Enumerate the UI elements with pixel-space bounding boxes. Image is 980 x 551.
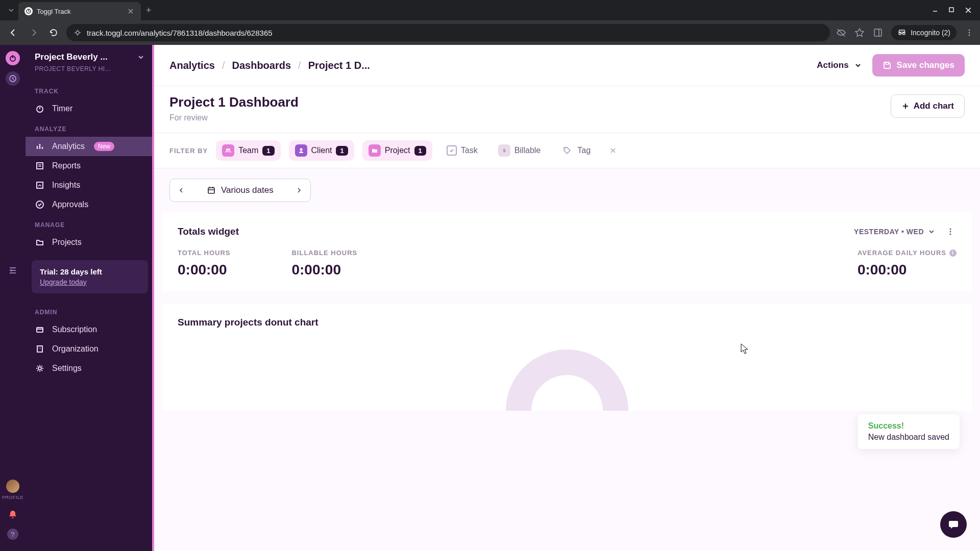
tag-icon [561, 144, 573, 157]
filter-count: 1 [414, 146, 426, 156]
sidebar-item-subscription[interactable]: Subscription [26, 320, 154, 339]
filter-project[interactable]: Project 1 [362, 140, 432, 161]
svg-point-18 [228, 148, 230, 151]
crumb-analytics[interactable]: Analytics [169, 60, 215, 71]
sidebar-item-label: Approvals [52, 200, 88, 209]
sidebar-item-label: Reports [52, 161, 81, 170]
close-window-icon[interactable] [965, 7, 972, 14]
info-icon[interactable]: i [949, 249, 957, 257]
filter-client[interactable]: Client 1 [289, 140, 354, 161]
browser-tab[interactable]: Toggl Track [18, 2, 141, 20]
filter-label: Billable [514, 146, 541, 155]
tab-title: Toggl Track [37, 8, 122, 15]
upgrade-link[interactable]: Upgrade today [40, 278, 140, 286]
avg-hours-label: AVERAGE DAILY HOURS i [857, 249, 957, 257]
collapse-sidebar-icon[interactable] [8, 265, 18, 276]
workspace-subtitle: PROJECT BEVERLY HI... [26, 65, 154, 81]
toggl-logo-icon[interactable] [6, 51, 20, 65]
svg-point-17 [226, 148, 228, 151]
sidebar-item-analytics[interactable]: Analytics New [26, 137, 154, 156]
page-title: Project 1 Dashboard [169, 94, 299, 110]
timer-icon [35, 104, 45, 113]
crumb-sep: / [222, 60, 225, 71]
notifications-icon[interactable] [8, 509, 18, 519]
approvals-icon [35, 200, 45, 209]
page-subtitle: For review [169, 113, 299, 122]
subscription-icon [35, 325, 45, 334]
avg-hours-label-text: AVERAGE DAILY HOURS [857, 249, 946, 257]
tab-search-dropdown[interactable] [4, 5, 18, 15]
svg-point-6 [969, 35, 970, 36]
maximize-icon[interactable] [948, 7, 954, 14]
date-prev-icon[interactable] [170, 181, 192, 199]
filter-count: 1 [262, 146, 274, 156]
avg-hours-value: 0:00:00 [857, 262, 957, 278]
svg-point-19 [300, 148, 302, 151]
svg-point-4 [969, 30, 970, 31]
workspace-selector[interactable]: Project Beverly ... [26, 52, 154, 65]
billable-hours-value: 0:00:00 [291, 262, 357, 278]
side-panel-icon[interactable] [873, 28, 883, 38]
sidebar-item-reports[interactable]: Reports [26, 156, 154, 176]
section-manage: MANAGE [26, 214, 154, 233]
filter-count: 1 [336, 146, 348, 156]
svg-point-2 [76, 31, 79, 34]
actions-dropdown[interactable]: Actions [815, 56, 864, 74]
help-icon[interactable]: ? [7, 529, 18, 540]
sidebar-item-settings[interactable]: Settings [26, 359, 154, 378]
filter-task[interactable]: Task [440, 141, 484, 160]
minimize-icon[interactable] [932, 7, 938, 14]
bookmark-star-icon[interactable] [854, 28, 865, 38]
rail-clock-icon[interactable] [6, 71, 20, 86]
crumb-dashboards[interactable]: Dashboards [232, 60, 291, 71]
window-controls [932, 7, 976, 14]
incognito-icon [897, 28, 906, 37]
toast-body: New dashboard saved [868, 433, 949, 442]
chevron-down-icon [928, 228, 935, 235]
svg-point-22 [565, 148, 566, 149]
save-changes-button[interactable]: Save changes [872, 54, 965, 77]
profile-label: PROFILE [2, 495, 23, 500]
donut-widget: Summary projects donut chart [162, 304, 972, 411]
chat-icon [947, 518, 960, 531]
browser-menu-icon[interactable] [965, 28, 974, 37]
gear-icon [35, 364, 45, 373]
reload-icon[interactable] [47, 26, 60, 39]
new-tab-button[interactable]: + [141, 3, 157, 18]
eye-off-icon[interactable] [836, 28, 846, 38]
clear-filters-icon[interactable] [609, 146, 617, 155]
back-icon[interactable] [6, 26, 20, 40]
forward-icon[interactable] [27, 26, 41, 40]
chat-fab[interactable] [940, 511, 967, 538]
filter-billable[interactable]: $ Billable [492, 140, 547, 161]
trial-title: Trial: 28 days left [40, 267, 140, 276]
widget-date-selector[interactable]: YESTERDAY • WED [854, 228, 935, 236]
address-bar[interactable]: track.toggl.com/analytics/7861318/dashbo… [66, 24, 830, 41]
filter-team[interactable]: Team 1 [216, 140, 280, 161]
client-icon [295, 144, 307, 157]
sidebar-item-timer[interactable]: Timer [26, 99, 154, 118]
totals-widget: Totals widget YESTERDAY • WED TOTAL HOUR… [162, 212, 972, 291]
billable-hours-block: BILLABLE HOURS 0:00:00 [291, 249, 357, 278]
add-chart-button[interactable]: Add chart [891, 94, 965, 118]
crumb-sep: / [298, 60, 301, 71]
date-range-button[interactable]: Various dates [192, 179, 288, 202]
crumb-current[interactable]: Project 1 D... [308, 60, 370, 71]
profile-group[interactable]: PROFILE [2, 480, 23, 500]
total-hours-value: 0:00:00 [178, 262, 230, 278]
svg-point-25 [950, 231, 951, 233]
tab-close-icon[interactable] [127, 7, 135, 15]
site-info-icon[interactable] [74, 29, 82, 37]
sidebar-item-label: Subscription [52, 325, 97, 334]
date-row: Various dates [154, 168, 980, 212]
sidebar-item-approvals[interactable]: Approvals [26, 195, 154, 214]
sidebar-item-projects[interactable]: Projects [26, 233, 154, 252]
filter-row: FILTER BY Team 1 Client 1 Project 1 Task [154, 133, 980, 168]
sidebar-item-insights[interactable]: Insights [26, 176, 154, 195]
date-next-icon[interactable] [288, 181, 310, 199]
filter-tag[interactable]: Tag [555, 140, 597, 161]
incognito-badge[interactable]: Incognito (2) [891, 25, 957, 40]
save-icon [883, 61, 892, 70]
sidebar-item-organization[interactable]: Organization [26, 339, 154, 359]
widget-menu-icon[interactable] [944, 226, 957, 238]
